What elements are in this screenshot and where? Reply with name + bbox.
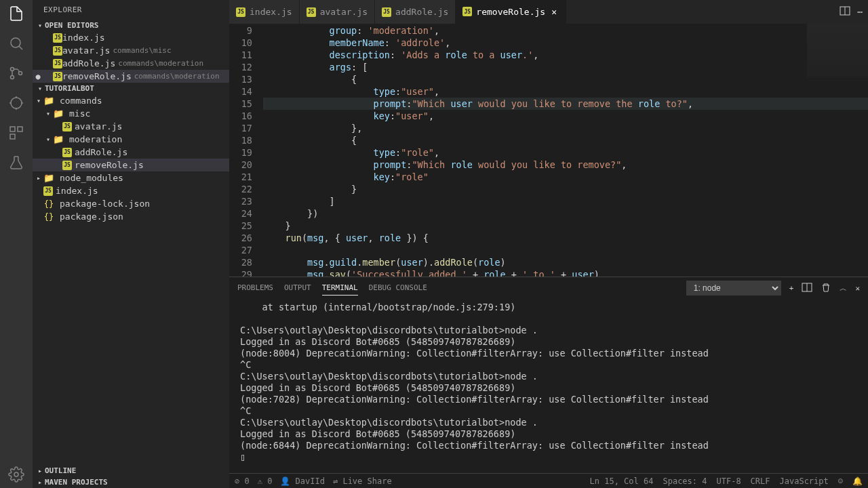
chevron-right-icon: ▸ — [35, 479, 45, 486]
settings-icon[interactable] — [8, 466, 24, 483]
folder-item[interactable]: ▾📁 misc — [33, 107, 229, 120]
status-errors[interactable]: ⊘ 0 — [235, 476, 250, 486]
more-icon[interactable]: ⋯ — [857, 7, 863, 17]
open-editor-item[interactable]: JS addRole.jscommands\moderation — [33, 57, 229, 70]
file-item[interactable]: JS addRole.js — [33, 146, 229, 159]
svg-point-3 — [11, 76, 14, 79]
editor-body[interactable]: 9101112131415161718192021222324252627282… — [229, 24, 868, 277]
search-icon[interactable] — [8, 35, 24, 52]
explorer-icon[interactable] — [8, 5, 24, 22]
activity-bar — [0, 0, 33, 488]
editor-tab[interactable]: JSindex.js — [229, 0, 300, 24]
svg-rect-12 — [10, 134, 15, 139]
maven-header[interactable]: ▸ MAVEN PROJECTS — [33, 476, 229, 488]
panel-tab[interactable]: DEBUG CONSOLE — [369, 281, 427, 296]
svg-point-5 — [11, 98, 22, 108]
terminal-output[interactable]: at startup (internal/bootstrap/node.js:2… — [229, 299, 868, 473]
source-control-icon[interactable] — [8, 65, 24, 81]
svg-rect-10 — [10, 127, 15, 131]
svg-point-0 — [11, 38, 20, 47]
panel-tab[interactable]: PROBLEMS — [237, 281, 273, 296]
status-user[interactable]: 👤 DavIId — [280, 476, 325, 486]
minimap[interactable] — [807, 24, 868, 78]
status-feedback[interactable]: ☺ — [838, 476, 843, 486]
outline-header[interactable]: ▸ OUTLINE — [33, 465, 229, 476]
kill-terminal-icon[interactable] — [821, 282, 831, 295]
panel-tabs: PROBLEMSOUTPUTTERMINALDEBUG CONSOLE 1: n… — [229, 277, 868, 299]
status-language[interactable]: JavaScript — [780, 476, 829, 486]
svg-rect-11 — [18, 127, 22, 131]
folder-item[interactable]: ▾📁 moderation — [33, 133, 229, 146]
file-item[interactable]: {} package-lock.json — [33, 197, 229, 210]
status-bell-icon[interactable]: 🔔 — [852, 476, 863, 486]
status-bar: ⊘ 0 ⚠ 0 👤 DavIId ⇌ Live Share Ln 15, Col… — [229, 473, 868, 488]
maximize-panel-icon[interactable]: ︿ — [840, 283, 847, 293]
split-terminal-icon[interactable] — [802, 282, 812, 295]
code-content[interactable]: group: 'moderation', memberName: 'addrol… — [263, 24, 868, 277]
panel-tab[interactable]: OUTPUT — [284, 281, 311, 296]
svg-point-4 — [19, 72, 22, 75]
open-editor-item[interactable]: JS index.js — [33, 31, 229, 44]
folder-item[interactable]: ▾📁 commands — [33, 94, 229, 107]
panel-tab[interactable]: TERMINAL — [322, 281, 358, 296]
panel: PROBLEMSOUTPUTTERMINALDEBUG CONSOLE 1: n… — [229, 277, 868, 473]
terminal-select[interactable]: 1: node — [686, 281, 781, 296]
test-icon[interactable] — [8, 155, 24, 171]
file-item[interactable]: JS avatar.js — [33, 120, 229, 133]
close-tab-icon[interactable]: ✕ — [549, 7, 559, 17]
status-warnings[interactable]: ⚠ 0 — [258, 476, 273, 486]
editor-tab[interactable]: JSavatar.js — [300, 0, 375, 24]
chevron-right-icon: ▸ — [35, 467, 45, 474]
extensions-icon[interactable] — [8, 125, 24, 141]
split-editor-icon[interactable] — [840, 5, 850, 18]
status-spaces[interactable]: Spaces: 4 — [663, 476, 707, 486]
open-editors-list: JS index.jsJS avatar.jscommands\miscJS a… — [33, 31, 229, 83]
svg-line-1 — [19, 46, 22, 49]
chevron-down-icon: ▾ — [35, 85, 45, 92]
editor-tabs: JSindex.jsJSavatar.jsJSaddRole.jsJSremov… — [229, 0, 868, 24]
status-liveshare[interactable]: ⇌ Live Share — [333, 476, 392, 486]
status-position[interactable]: Ln 15, Col 64 — [590, 476, 654, 486]
open-editor-item[interactable]: JS avatar.jscommands\misc — [33, 44, 229, 57]
debug-icon[interactable] — [8, 95, 24, 111]
status-encoding[interactable]: UTF-8 — [716, 476, 741, 486]
file-item[interactable]: {} package.json — [33, 210, 229, 223]
folder-item[interactable]: ▸📁 node_modules — [33, 171, 229, 184]
open-editor-item[interactable]: ●JS removeRole.jscommands\moderation — [33, 70, 229, 83]
open-editors-header[interactable]: ▾ OPEN EDITORS — [33, 20, 229, 31]
chevron-down-icon: ▾ — [35, 22, 45, 29]
editor-area: JSindex.jsJSavatar.jsJSaddRole.jsJSremov… — [229, 0, 868, 488]
sidebar: EXPLORER ▾ OPEN EDITORS JS index.jsJS av… — [33, 0, 229, 488]
sidebar-title: EXPLORER — [33, 0, 229, 20]
file-item[interactable]: JS removeRole.js — [33, 159, 229, 171]
close-panel-icon[interactable]: ✕ — [855, 284, 860, 293]
editor-tab[interactable]: JSaddRole.js — [375, 0, 456, 24]
workspace-header[interactable]: ▾ TUTORIALBOT — [33, 83, 229, 94]
svg-point-14 — [14, 472, 18, 476]
file-item[interactable]: JS index.js — [33, 184, 229, 197]
new-terminal-icon[interactable]: + — [789, 284, 794, 293]
status-eol[interactable]: CRLF — [751, 476, 770, 486]
editor-tab[interactable]: JSremoveRole.js✕ — [456, 0, 566, 24]
file-tree: ▾📁 commands▾📁 miscJS avatar.js▾📁 moderat… — [33, 94, 229, 465]
line-gutter: 9101112131415161718192021222324252627282… — [229, 24, 263, 277]
svg-point-2 — [11, 68, 14, 71]
